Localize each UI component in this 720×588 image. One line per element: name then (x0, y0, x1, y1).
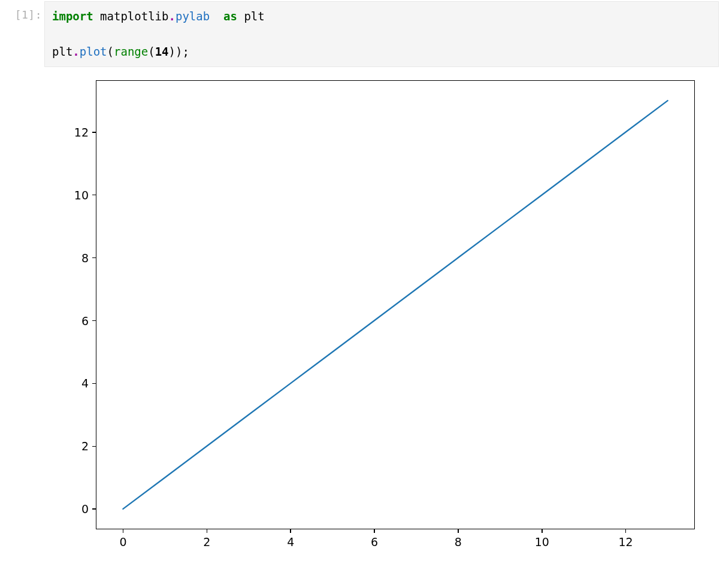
code-token: plt (52, 45, 72, 58)
code-token: as (223, 10, 237, 23)
cell-output: 024681012024681012 (0, 68, 720, 570)
code-token: ; (182, 45, 189, 58)
code-token: plot (80, 45, 107, 58)
cell-prompt: [1]: (0, 0, 42, 21)
plot-svg (42, 73, 695, 570)
code-token: ( (148, 45, 155, 58)
code-token: range (114, 45, 148, 58)
line-series (123, 101, 667, 509)
code-token: import (52, 10, 93, 23)
code-token: . (72, 45, 79, 58)
prompt-open-bracket: [ (15, 8, 22, 21)
code-editor[interactable]: import matplotlib.pylab as plt plt.plot(… (44, 1, 719, 67)
code-token: . (168, 10, 175, 23)
code-token: pylab (176, 10, 210, 23)
chart: 024681012024681012 (42, 73, 695, 570)
code-token: ) (169, 45, 176, 58)
code-token: plt (244, 10, 264, 23)
prompt-colon: : (35, 8, 42, 21)
code-token: ) (176, 45, 182, 58)
code-token: ( (107, 45, 114, 58)
output-figure: 024681012024681012 (40, 68, 695, 570)
code-token: matplotlib (100, 10, 168, 23)
notebook-cell: [1]: import matplotlib.pylab as plt plt.… (0, 0, 720, 68)
code-token: 14 (155, 45, 169, 58)
prompt-number: 1 (22, 8, 28, 21)
output-gutter (0, 68, 40, 570)
prompt-close-bracket: ] (28, 8, 35, 21)
